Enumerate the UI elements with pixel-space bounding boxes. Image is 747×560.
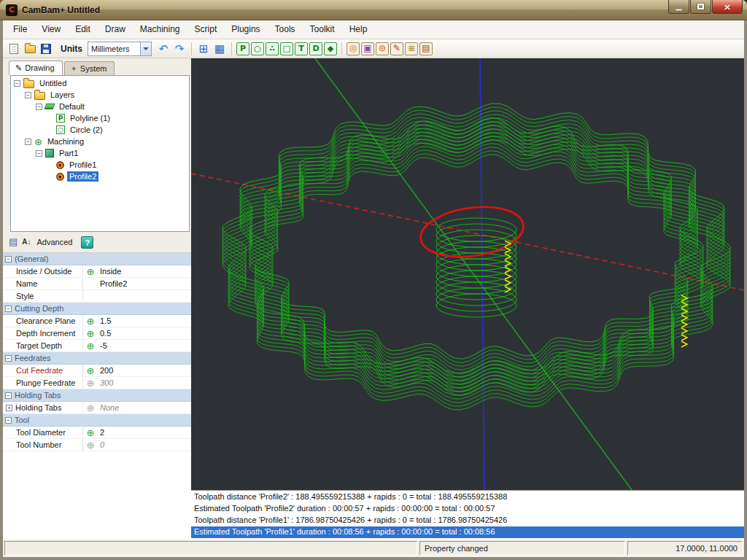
sort-alphabetical-icon[interactable]: A↓ [22,238,31,246]
tree-item-default[interactable]: −Default [11,101,189,112]
prop-row-cut-feedrate[interactable]: Cut Feedrate⊕200 [3,365,191,377]
menu-script[interactable]: Script [187,20,225,39]
tree-item-layers[interactable]: −Layers [11,89,189,101]
tree-item-profile2[interactable]: Profile2 [11,171,189,182]
tab-system[interactable]: ✦ System [64,61,115,75]
tab-drawing[interactable]: ✎ Drawing [9,61,63,75]
menu-machining[interactable]: Machining [133,20,187,39]
prop-row-inside-outside[interactable]: Inside / Outside⊕Inside [3,265,191,278]
advanced-toggle[interactable]: Advanced [37,238,73,246]
prop-value[interactable]: 0.5 [98,327,191,339]
minimize-button[interactable] [668,0,689,14]
tree-expander[interactable]: − [25,92,31,98]
prop-row-clearance-plane[interactable]: Clearance Plane⊕1.5 [3,315,191,327]
folder-icon [34,92,45,100]
help-button[interactable]: ? [81,236,93,249]
tree-item-machining[interactable]: −⊛Machining [11,136,189,147]
menu-help[interactable]: Help [342,20,375,39]
menu-plugins[interactable]: Plugins [224,20,267,39]
snap-grid-button[interactable]: ⊞ [196,42,211,56]
tree-item-untitled[interactable]: −Untitled [11,77,189,89]
category-expander[interactable]: − [5,256,12,262]
prop-row-plunge-feedrate[interactable]: Plunge Feedrate⊕300 [3,377,191,389]
drill-mop-button[interactable]: ⊙ [376,42,389,55]
prop-expander[interactable]: + [6,405,12,411]
prop-row-style[interactable]: Style [3,290,191,303]
prop-category-cutting-depth[interactable]: −Cutting Depth [3,303,191,315]
draw-surface-button[interactable]: ◆ [324,42,337,55]
maximize-button[interactable] [690,0,711,14]
prop-value[interactable]: 200 [98,365,191,376]
viewport-3d[interactable] [191,58,744,490]
menu-tools[interactable]: Tools [268,20,303,39]
new-file-button[interactable] [7,42,21,56]
units-combo[interactable]: Millimeters [88,42,152,56]
prop-value[interactable]: 2 [98,427,191,438]
category-expander[interactable]: − [5,417,12,424]
prop-row-holding-tabs[interactable]: +Holding Tabs⊕None [3,402,191,414]
prop-row-tool-number[interactable]: Tool Number⊕0 [3,439,191,451]
redo-button[interactable]: ↷ [172,42,187,56]
draw-text-button[interactable]: T [295,42,308,55]
draw-circle-button[interactable]: ○ [251,42,264,55]
profile-icon [56,161,64,169]
prop-row-target-depth[interactable]: Target Depth⊕-5 [3,340,191,352]
prop-category-holding-tabs[interactable]: −Holding Tabs [3,389,191,402]
tree-item-profile1[interactable]: Profile1 [11,159,189,171]
tree-item-circle-2[interactable]: ○Circle (2) [11,124,189,136]
undo-button[interactable]: ↶ [156,42,171,56]
title-bar[interactable]: C CamBam+ Untitled × [0,0,747,20]
category-expander[interactable]: − [5,355,12,362]
lathe-mop-button[interactable]: ≡ [405,42,418,55]
prop-row-depth-increment[interactable]: Depth Increment⊕0.5 [3,327,191,340]
prop-value[interactable]: 300 [98,377,191,389]
prop-row-tool-diameter[interactable]: Tool Diameter⊕2 [3,427,191,439]
category-expander[interactable]: − [5,392,12,399]
gcode-button[interactable]: ▤ [419,42,433,55]
engrave-mop-button[interactable]: ✎ [390,42,403,55]
close-button[interactable]: × [712,0,743,14]
value-inherited-icon: ⊕ [87,378,95,388]
prop-value[interactable] [98,290,191,302]
prop-value[interactable]: 1.5 [98,315,191,327]
profile-mop-button[interactable]: ◎ [347,42,360,55]
log-line-3[interactable]: Estimated Toolpath 'Profile1' duration :… [191,526,744,538]
tree-expander[interactable]: − [25,139,31,145]
tree-expander[interactable]: − [36,104,42,110]
pocket-mop-button[interactable]: ▣ [361,42,374,55]
tree-expander[interactable]: − [36,150,42,157]
log-line-2[interactable]: Toolpath distance 'Profile1' : 1786.9875… [191,515,744,526]
log-line-1[interactable]: Estimated Toolpath 'Profile2' duration :… [191,503,744,515]
chevron-down-icon[interactable] [140,42,151,55]
menu-file[interactable]: File [6,20,34,39]
maximize-icon [697,4,704,9]
prop-category-tool[interactable]: −Tool [3,414,191,427]
menu-edit[interactable]: Edit [68,20,98,39]
prop-value[interactable]: None [98,402,191,413]
prop-value[interactable]: Inside [98,265,191,277]
tree-expander[interactable]: − [14,80,20,87]
menu-draw[interactable]: Draw [98,20,133,39]
tab-drawing-label: Drawing [25,63,54,72]
prop-value[interactable]: Profile2 [98,278,191,289]
draw-polyline-button[interactable]: P [236,42,249,55]
save-file-button[interactable] [39,42,53,56]
prop-value[interactable]: 0 [98,439,191,451]
category-expander[interactable]: − [5,306,12,312]
tree-item-polyline-1[interactable]: PPolyline (1) [11,112,189,124]
menu-view[interactable]: View [34,20,68,39]
draw-rect-button[interactable]: □ [280,42,293,55]
prop-row-name[interactable]: NameProfile2 [3,278,191,290]
categorized-view-icon[interactable]: ▤ [9,237,18,247]
prop-category-general[interactable]: −(General) [3,253,191,265]
close-icon: × [724,1,732,13]
open-file-button[interactable] [23,42,37,56]
grid-button[interactable]: ▦ [212,42,227,56]
prop-value[interactable]: -5 [98,340,191,351]
menu-toolkit[interactable]: Toolkit [303,20,342,39]
log-line-0[interactable]: Toolpath distance 'Profile2' : 188.49555… [191,491,744,503]
tree-item-part1[interactable]: −Part1 [11,147,189,159]
draw-point-button[interactable]: ∴ [266,42,279,55]
draw-arc-button[interactable]: D [309,42,322,55]
prop-category-feedrates[interactable]: −Feedrates [3,352,191,365]
